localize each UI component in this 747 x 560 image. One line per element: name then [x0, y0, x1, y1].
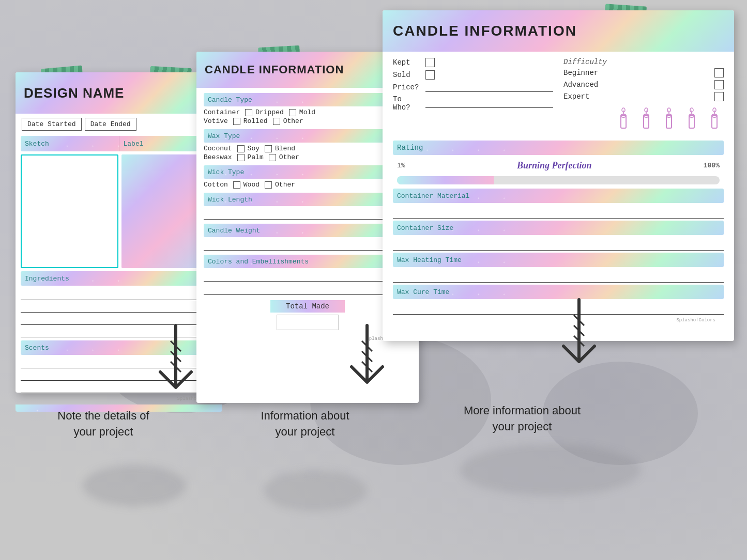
wick-type-bar: Wick Type	[204, 165, 411, 179]
towho-label: To Who?	[393, 95, 421, 112]
soy-checkbox[interactable]	[237, 145, 245, 152]
blend-checkbox[interactable]	[265, 145, 272, 152]
rating-header: Rating	[393, 141, 724, 155]
coconut-label: Coconut	[204, 145, 232, 152]
advanced-row: Advanced	[563, 80, 724, 89]
container-material-bar: Container Material	[393, 189, 724, 203]
expert-row: Expert	[563, 92, 724, 101]
expert-checkbox[interactable]	[714, 92, 724, 101]
advanced-label: Advanced	[563, 81, 598, 89]
candle-icon-4	[682, 105, 701, 130]
kept-row: Kept	[393, 58, 553, 67]
sold-row: Sold	[393, 70, 553, 80]
wick-length-bar: Wick Length	[204, 193, 411, 206]
kept-checkbox[interactable]	[425, 58, 435, 67]
dripped-checkbox[interactable]	[245, 109, 252, 116]
kept-label: Kept	[393, 58, 421, 67]
candle-weight-label: Candle Weight	[208, 227, 260, 235]
beginner-checkbox[interactable]	[714, 68, 724, 77]
container-label: Container	[204, 108, 240, 116]
bp-pct-low: 1%	[397, 162, 405, 169]
candle-icon-3	[660, 105, 678, 130]
mold-label: Mold	[299, 108, 315, 116]
shadow-blob-3	[460, 444, 641, 496]
card1-dates: Date Started Date Ended	[16, 114, 222, 135]
wick-type-label: Wick Type	[208, 168, 244, 176]
colors-field-1[interactable]	[204, 270, 411, 282]
other2-checkbox[interactable]	[269, 154, 276, 161]
beginner-row: Beginner	[563, 68, 724, 77]
wax-heating-line[interactable]	[393, 271, 724, 283]
wick-type-row: Cotton Wood Other	[204, 181, 411, 189]
dripped-label: Dripped	[255, 108, 284, 116]
palm-checkbox[interactable]	[237, 154, 245, 161]
rolled-label: Rolled	[243, 117, 268, 125]
wick-length-label: Wick Length	[208, 196, 252, 204]
burning-perfection-label: Burning Perfection	[517, 160, 592, 171]
container-size-bar: Container Size	[393, 221, 724, 235]
sketch-area	[21, 154, 217, 268]
callout-card3: More information about your project	[455, 403, 589, 435]
progress-bar-fill	[397, 176, 494, 184]
wick-length-field[interactable]	[204, 208, 411, 220]
colors-field-2[interactable]	[204, 284, 411, 295]
total-made-label: Total Made	[270, 300, 345, 313]
bp-pct-high: 100%	[704, 162, 720, 169]
progress-bar	[397, 176, 720, 184]
ingredients-line-2	[21, 301, 217, 313]
blend-label: Blend	[275, 145, 295, 152]
advanced-checkbox[interactable]	[714, 80, 724, 89]
kept-sold-section: Kept Sold Price? To Who?	[393, 58, 553, 134]
other1-checkbox[interactable]	[273, 118, 280, 125]
price-line[interactable]	[425, 83, 553, 92]
difficulty-title: Difficulty	[563, 58, 724, 66]
date-ended-box[interactable]: Date Ended	[85, 118, 136, 131]
wax-cure-label: Wax Cure Time	[397, 288, 449, 296]
colors-bar: Colors and Embellishments	[204, 255, 411, 268]
rating-label: Rating	[397, 144, 423, 152]
wood-checkbox[interactable]	[233, 181, 240, 189]
card-candle-info-right: CANDLE INFORMATION Kept Sold Price? To	[383, 10, 734, 341]
candle-type-options: Container Dripped Mold	[204, 108, 411, 116]
rating-section: Rating 1% Burning Perfection 100%	[393, 141, 724, 184]
other2-label: Other	[279, 153, 299, 161]
difficulty-section: Difficulty Beginner Advanced Expert	[563, 58, 724, 101]
sketch-box[interactable]	[21, 154, 118, 268]
beeswax-label: Beeswax	[204, 153, 232, 161]
date-started-box[interactable]: Date Started	[22, 118, 82, 131]
card3-body: Kept Sold Price? To Who?	[383, 52, 734, 330]
other3-checkbox[interactable]	[265, 181, 272, 189]
burning-perfection-row: 1% Burning Perfection 100%	[393, 158, 724, 173]
card3-header: CANDLE INFORMATION	[383, 10, 734, 52]
container-material-line[interactable]	[393, 207, 724, 219]
sold-checkbox[interactable]	[425, 70, 435, 80]
colors-label: Colors and Embellishments	[208, 258, 309, 266]
wax-type-row2: Beeswax Palm Other	[204, 153, 411, 161]
mold-checkbox[interactable]	[289, 109, 296, 116]
candle-rating-icons	[563, 105, 724, 130]
difficulty-candles: Difficulty Beginner Advanced Expert	[563, 58, 724, 134]
candle-weight-field[interactable]	[204, 239, 411, 251]
towho-line[interactable]	[425, 99, 553, 108]
arrow-card2	[336, 320, 398, 413]
card1-header: DESIGN NAME	[16, 72, 222, 114]
votive-label: Votive	[204, 117, 228, 125]
candle-icon-1	[614, 105, 633, 130]
candle-type-row2: Votive Rolled Other	[204, 117, 411, 125]
palm-label: Palm	[248, 153, 264, 161]
card1-sketch-label-bar: Sketch Label	[21, 136, 217, 151]
sketch-label: Sketch	[21, 136, 119, 151]
wax-heating-bar: Wax Heating Time	[393, 253, 724, 267]
cotton-label: Cotton	[204, 181, 228, 189]
ingredients-bar: Ingredients	[21, 271, 217, 286]
rolled-checkbox[interactable]	[233, 118, 240, 125]
container-size-line[interactable]	[393, 239, 724, 251]
soy-label: Soy	[248, 145, 260, 152]
card3-title: CANDLE INFORMATION	[393, 23, 577, 39]
other1-label: Other	[283, 117, 303, 125]
candle-weight-bar: Candle Weight	[204, 224, 411, 237]
container-size-label: Container Size	[397, 224, 453, 232]
candle-icon-2	[637, 105, 655, 130]
total-made-input[interactable]	[277, 315, 339, 330]
callout-card1: Note the details of your project	[52, 408, 155, 440]
